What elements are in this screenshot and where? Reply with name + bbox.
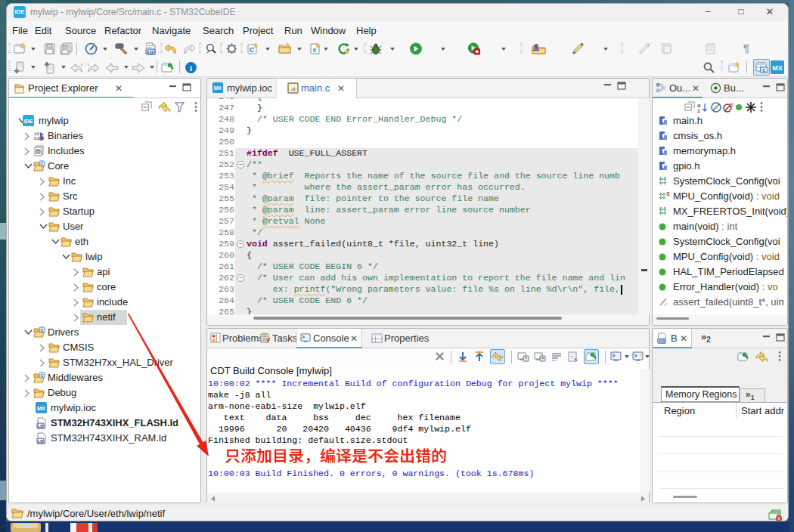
svg-text:010: 010 [659,339,665,343]
svg-text:S: S [730,102,734,107]
svg-text:C: C [41,328,44,332]
svg-text:C: C [41,162,44,166]
svg-text:LD: LD [38,424,43,428]
svg-text:LD: LD [38,439,43,444]
svg-text:MX: MX [214,85,222,91]
svg-text:.c: .c [290,85,296,92]
svg-text:c: c [313,46,317,54]
svg-text:C: C [41,373,44,378]
svg-text:z: z [697,107,700,113]
svg-text:010: 010 [147,50,154,54]
svg-text:MX: MX [772,64,783,72]
svg-text:MX: MX [37,405,45,412]
svg-text:C: C [250,46,255,54]
svg-text:IDE: IDE [24,119,33,124]
svg-text:C: C [762,68,766,73]
svg-text:S: S [666,191,670,196]
svg-text:i: i [190,63,192,73]
svg-text:01: 01 [34,136,40,141]
